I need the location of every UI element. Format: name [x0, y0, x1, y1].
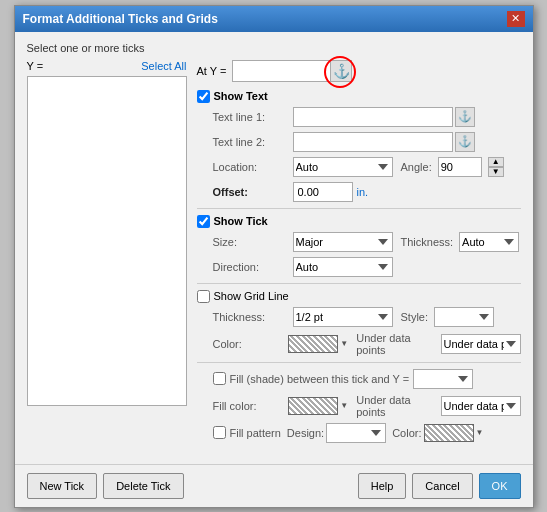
list-header: Y = Select All	[27, 60, 187, 72]
dialog-title: Format Additional Ticks and Grids	[23, 12, 218, 26]
offset-unit: in.	[357, 186, 369, 198]
text-line2-picker-button[interactable]: ⚓	[455, 132, 475, 152]
at-y-input-wrap: ⚓	[232, 60, 352, 82]
show-text-row: Show Text	[197, 90, 521, 103]
help-button[interactable]: Help	[358, 473, 407, 499]
size-thickness-row: Size: Major Minor Custom Thickness: Auto…	[197, 232, 521, 252]
main-content-row: Y = Select All At Y = ⚓	[27, 60, 521, 448]
direction-dropdown[interactable]: Auto Up Down Both	[293, 257, 393, 277]
grid-style-label: Style:	[401, 311, 429, 323]
show-tick-row: Show Tick	[197, 215, 521, 228]
fill-pattern-row: Fill pattern Design: Color: ▼	[197, 423, 521, 443]
angle-down-button[interactable]: ▼	[488, 167, 504, 177]
text-line1-picker-button[interactable]: ⚓	[455, 107, 475, 127]
grid-under-label: Under data points	[356, 332, 438, 356]
at-y-label: At Y =	[197, 65, 227, 77]
divider2	[197, 283, 521, 284]
show-text-checkbox[interactable]	[197, 90, 210, 103]
fill-y-dropdown[interactable]	[413, 369, 473, 389]
offset-label: Offset:	[213, 186, 293, 198]
cancel-button[interactable]: Cancel	[412, 473, 472, 499]
show-text-label: Show Text	[214, 90, 268, 102]
grid-under-dropdown[interactable]: Under data points	[441, 334, 521, 354]
pattern-color-selector[interactable]: ▼	[424, 424, 484, 442]
grid-thickness-style-row: Thickness: 1/2 pt 1 pt 2 pt Style:	[197, 307, 521, 327]
divider3	[197, 362, 521, 363]
thickness-label: Thickness:	[401, 236, 454, 248]
bottom-left-buttons: New Tick Delete Tick	[27, 473, 352, 499]
text-line1-label: Text line 1:	[213, 111, 293, 123]
fill-row: Fill (shade) between this tick and Y =	[197, 369, 521, 389]
fill-pattern-checkbox[interactable]	[213, 426, 226, 439]
angle-label: Angle:	[401, 161, 432, 173]
grid-color-row: Color: ▼ Under data points Under data po…	[197, 332, 521, 356]
at-y-picker-button[interactable]: ⚓	[330, 60, 352, 82]
title-bar: Format Additional Ticks and Grids ✕	[15, 6, 533, 32]
delete-tick-button[interactable]: Delete Tick	[103, 473, 183, 499]
fill-label: Fill (shade) between this tick and Y =	[230, 373, 410, 385]
location-dropdown[interactable]: Auto Above Below	[293, 157, 393, 177]
fill-checkbox[interactable]	[213, 372, 226, 385]
show-tick-checkbox[interactable]	[197, 215, 210, 228]
design-dropdown[interactable]	[326, 423, 386, 443]
fill-color-label: Fill color:	[213, 400, 289, 412]
text-line2-input-group: ⚓	[293, 132, 475, 152]
fill-color-selector[interactable]: ▼	[288, 397, 348, 415]
design-label: Design:	[287, 427, 324, 439]
grid-color-arrow[interactable]: ▼	[340, 339, 348, 348]
new-tick-button[interactable]: New Tick	[27, 473, 98, 499]
color-label2: Color:	[392, 427, 421, 439]
text-line2-label: Text line 2:	[213, 136, 293, 148]
size-dropdown[interactable]: Major Minor Custom	[293, 232, 393, 252]
grid-color-selector[interactable]: ▼	[288, 335, 348, 353]
grid-style-dropdown[interactable]	[434, 307, 494, 327]
text-line2-row: Text line 2: ⚓	[197, 132, 521, 152]
y-label: Y =	[27, 60, 44, 72]
fill-pattern-label: Fill pattern	[230, 427, 281, 439]
direction-row: Direction: Auto Up Down Both	[197, 257, 521, 277]
fill-color-box[interactable]	[288, 397, 338, 415]
angle-input[interactable]	[438, 157, 482, 177]
fill-under-label: Under data points	[356, 394, 438, 418]
fill-color-arrow[interactable]: ▼	[340, 401, 348, 410]
fill-color-row: Fill color: ▼ Under data points Under da…	[197, 394, 521, 418]
close-button[interactable]: ✕	[507, 11, 525, 27]
ok-button[interactable]: OK	[479, 473, 521, 499]
right-panel: At Y = ⚓ Show Text Text line 1:	[197, 60, 521, 448]
grid-thickness-label: Thickness:	[213, 311, 293, 323]
show-grid-row: Show Grid Line	[197, 290, 521, 303]
offset-row: Offset: in.	[197, 182, 521, 202]
at-y-row: At Y = ⚓	[197, 60, 521, 82]
text-line2-input[interactable]	[293, 132, 453, 152]
pattern-color-box[interactable]	[424, 424, 474, 442]
pattern-color-arrow[interactable]: ▼	[476, 428, 484, 437]
show-grid-checkbox[interactable]	[197, 290, 210, 303]
thickness-row: Thickness: Auto 1/2 pt 1 pt	[401, 232, 520, 252]
dialog-body: Select one or more ticks Y = Select All …	[15, 32, 533, 458]
bottom-right-buttons: Help Cancel OK	[358, 473, 521, 499]
show-grid-label: Show Grid Line	[214, 290, 289, 302]
tick-list[interactable]	[27, 76, 187, 406]
text-line1-input-group: ⚓	[293, 107, 475, 127]
section-label: Select one or more ticks	[27, 42, 521, 54]
angle-up-button[interactable]: ▲	[488, 157, 504, 167]
grid-style-row: Style:	[401, 307, 495, 327]
main-dialog: Format Additional Ticks and Grids ✕ Sele…	[14, 5, 534, 508]
angle-spinner: ▲ ▼	[488, 157, 504, 177]
thickness-dropdown[interactable]: Auto 1/2 pt 1 pt	[459, 232, 519, 252]
size-label: Size:	[213, 236, 293, 248]
text-line1-input[interactable]	[293, 107, 453, 127]
location-angle-row: Location: Auto Above Below Angle: ▲ ▼	[197, 157, 521, 177]
select-all-link[interactable]: Select All	[141, 60, 186, 72]
grid-thickness-dropdown[interactable]: 1/2 pt 1 pt 2 pt	[293, 307, 393, 327]
left-panel: Y = Select All	[27, 60, 187, 448]
divider1	[197, 208, 521, 209]
show-tick-label: Show Tick	[214, 215, 268, 227]
fill-under-dropdown[interactable]: Under data points	[441, 396, 521, 416]
location-label: Location:	[213, 161, 293, 173]
direction-label: Direction:	[213, 261, 293, 273]
offset-input[interactable]	[293, 182, 353, 202]
grid-color-box[interactable]	[288, 335, 338, 353]
grid-color-label: Color:	[213, 338, 289, 350]
text-line1-row: Text line 1: ⚓	[197, 107, 521, 127]
